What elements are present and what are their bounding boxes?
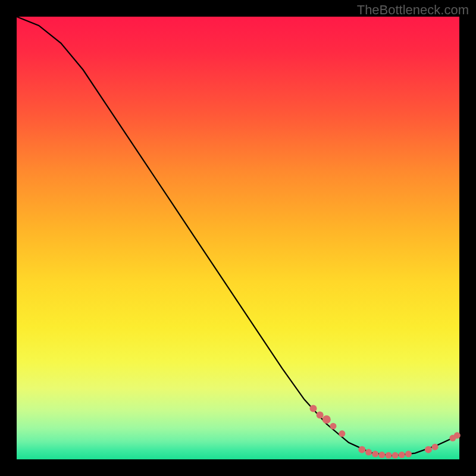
bottleneck-curve	[17, 17, 459, 456]
scatter-point	[339, 430, 345, 437]
attribution-label: TheBottleneck.com	[357, 2, 469, 18]
scatter-point	[365, 449, 372, 456]
scatter-point	[399, 452, 405, 458]
scatter-point	[309, 405, 317, 412]
chart-overlay	[17, 17, 459, 459]
scatter-point	[322, 415, 331, 424]
scatter-point	[405, 451, 412, 458]
plot-area	[17, 17, 459, 459]
scatter-point	[425, 446, 432, 453]
scatter-point	[385, 452, 392, 459]
scatter-point	[378, 452, 385, 458]
scatter-point	[372, 451, 378, 458]
scatter-point	[317, 412, 324, 419]
scatter-points	[309, 405, 460, 458]
scatter-point	[454, 432, 461, 439]
scatter-point	[392, 452, 399, 459]
chart-container: TheBottleneck.com	[0, 0, 476, 476]
scatter-point	[358, 446, 365, 453]
scatter-point	[432, 444, 439, 450]
scatter-point	[330, 423, 336, 430]
